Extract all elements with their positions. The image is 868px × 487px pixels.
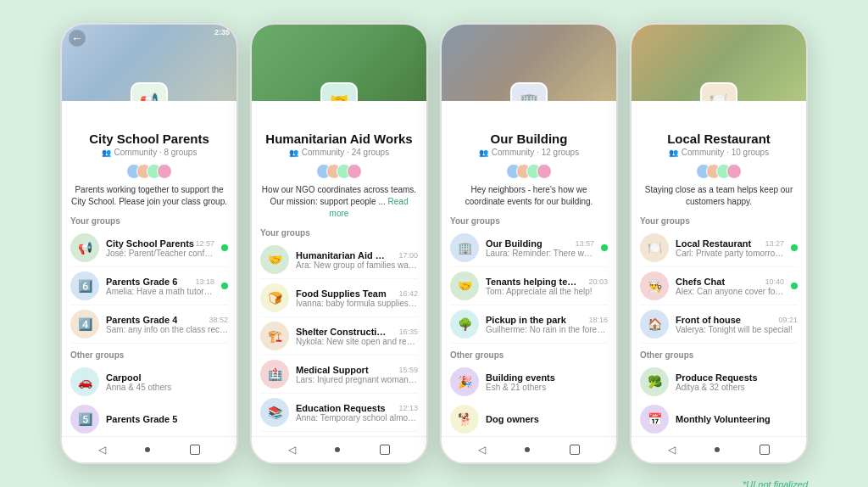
group-name-row: Humanitarian Aid Works17:00 — [296, 250, 418, 260]
group-info: Pickup in the park18:16Guilherme: No rai… — [486, 315, 608, 334]
phone-phone2: 🤝Humanitarian Aid WorksCommunity · 24 gr… — [250, 23, 428, 464]
nav-back-button[interactable]: ◁ — [668, 444, 676, 456]
nav-back-button[interactable]: ◁ — [98, 444, 106, 456]
group-info: Education Requests12:13Anna: Temporary s… — [296, 403, 418, 423]
other-group-name: Parents Grade 5 — [106, 414, 228, 424]
other-group-item[interactable]: 🚗CarpoolAnna & 45 others — [70, 363, 228, 400]
group-name: Food Supplies Team — [296, 288, 387, 299]
community-icon: 🤝 — [330, 92, 348, 101]
member-avatar — [537, 164, 552, 179]
other-group-item[interactable]: 📅Monthly Volunteering — [640, 400, 798, 436]
group-item[interactable]: 🏠Front of house09:21Valerya: Tonight wil… — [640, 305, 798, 344]
group-name: Shelter Construction Team — [296, 327, 389, 337]
nav-home-dot[interactable] — [715, 447, 720, 452]
nav-home-dot[interactable] — [525, 447, 530, 452]
group-info: Our Building13:57Laura: Reminder: There … — [486, 238, 594, 258]
nav-recents-button[interactable] — [190, 445, 200, 455]
group-avatar: 🏠 — [640, 310, 669, 339]
nav-home-dot[interactable] — [335, 447, 340, 452]
group-item[interactable]: 🤝Humanitarian Aid Works17:00Ara: New gro… — [260, 241, 418, 279]
other-group-count: Aditya & 32 others — [676, 383, 798, 392]
group-time: 09:21 — [778, 316, 798, 324]
community-avatar: 🏢 — [510, 82, 548, 101]
group-time: 13:27 — [765, 239, 784, 248]
group-item[interactable]: 6️⃣Parents Grade 613:18Amelia: Have a ma… — [70, 267, 228, 305]
group-preview: Ara: New group of families waiting ... — [296, 260, 418, 270]
your-groups-label: Your groups — [450, 216, 608, 226]
nav-home-dot[interactable] — [145, 447, 150, 452]
other-group-avatar: 🎉 — [450, 367, 479, 396]
phone-content: Local RestaurantCommunity · 10 groupsSta… — [632, 101, 806, 436]
nav-recents-button[interactable] — [380, 445, 390, 455]
other-group-name: Carpool — [106, 372, 228, 383]
group-preview: Guilherme: No rain in the forecast! — [486, 325, 608, 334]
nav-recents-button[interactable] — [570, 445, 580, 455]
group-time: 17:00 — [398, 251, 418, 260]
phone-phone3: 🏢Our BuildingCommunity · 12 groupsHey ne… — [440, 23, 618, 464]
unread-indicator — [221, 283, 228, 289]
group-info: Tenants helping tenants20:03Tom: Appreci… — [486, 277, 608, 296]
group-info: Chefs Chat10:40Alex: Can anyone cover fo… — [676, 277, 784, 296]
group-name: Local Restaurant — [676, 238, 751, 249]
back-button[interactable]: ← — [69, 30, 86, 47]
member-avatar — [347, 164, 362, 179]
community-title: Local Restaurant — [640, 132, 798, 146]
group-item[interactable]: 🏢Our Building13:57Laura: Reminder: There… — [450, 229, 608, 267]
group-item[interactable]: 👨‍🍳Chefs Chat10:40Alex: Can anyone cover… — [640, 267, 798, 305]
group-item[interactable]: 🏗️Shelter Construction Team16:35Nykola: … — [260, 317, 418, 355]
phone-bottom-nav: ◁ — [252, 436, 426, 462]
community-subtitle: Community · 12 groups — [450, 148, 608, 157]
other-group-item[interactable]: 🎉Building eventsEsh & 21 others — [450, 363, 608, 400]
group-preview: José: Parent/Teacher conferences ... — [106, 249, 214, 258]
other-group-count: Esh & 21 others — [486, 383, 608, 392]
other-group-count: Anna & 45 others — [106, 383, 228, 392]
status-bar: 2:35 — [214, 28, 230, 36]
your-groups-label: Your groups — [260, 228, 418, 238]
nav-recents-button[interactable] — [760, 445, 770, 455]
group-item[interactable]: 🏥Medical Support15:59Lars: Injured pregn… — [260, 355, 418, 394]
other-group-info: Produce RequestsAditya & 32 others — [676, 372, 798, 392]
group-name-row: Parents Grade 438:52 — [106, 315, 228, 325]
read-more-link[interactable]: Read more — [330, 197, 409, 218]
group-avatar: 📚 — [260, 398, 289, 427]
nav-back-button[interactable]: ◁ — [288, 444, 296, 456]
group-avatar: 🍞 — [260, 283, 289, 312]
group-name-row: Medical Support15:59 — [296, 365, 418, 375]
group-preview: Alex: Can anyone cover for me? — [676, 287, 784, 296]
group-item[interactable]: 🍽️Local Restaurant13:27Carl: Private par… — [640, 229, 798, 267]
other-group-info: Dog owners — [486, 414, 608, 424]
other-group-avatar: 🐕 — [450, 405, 479, 434]
other-group-item[interactable]: 🥦Produce RequestsAditya & 32 others — [640, 363, 798, 400]
group-item[interactable]: 4️⃣Parents Grade 438:52Sam: any info on … — [70, 305, 228, 344]
other-group-name: Produce Requests — [676, 372, 798, 383]
group-name: Pickup in the park — [486, 315, 566, 325]
group-item[interactable]: 📚Education Requests12:13Anna: Temporary … — [260, 394, 418, 432]
group-time: 16:35 — [398, 327, 418, 336]
group-time: 12:13 — [398, 404, 418, 412]
other-group-avatar: 📅 — [640, 405, 669, 434]
community-desc: Parents working together to support the … — [70, 184, 228, 208]
group-name: City School Parents — [106, 238, 194, 249]
phone-phone1: 2:35←📢City School ParentsCommunity · 8 g… — [60, 23, 238, 464]
group-preview: Valerya: Tonight will be special! — [676, 325, 798, 334]
phone-header-bg: 🏢 — [442, 25, 616, 101]
group-avatar: 6️⃣ — [70, 271, 99, 300]
group-name: Parents Grade 4 — [106, 315, 177, 325]
member-avatars-row — [640, 164, 798, 179]
other-group-item[interactable]: 5️⃣Parents Grade 5 — [70, 400, 228, 436]
group-item[interactable]: 🤝Tenants helping tenants20:03Tom: Apprec… — [450, 267, 608, 305]
other-group-item[interactable]: 🐕Dog owners — [450, 400, 608, 436]
nav-back-button[interactable]: ◁ — [478, 444, 486, 456]
phone-bottom-nav: ◁ — [632, 436, 806, 462]
community-subtitle: Community · 10 groups — [640, 148, 798, 157]
phone-header-bg: 🤝 — [252, 25, 426, 101]
member-avatars-row — [450, 164, 608, 179]
group-info: City School Parents12:57José: Parent/Tea… — [106, 238, 214, 258]
phone-header-bg: 🍽️ — [632, 25, 806, 101]
group-item[interactable]: 📢City School Parents12:57José: Parent/Te… — [70, 229, 228, 267]
group-item[interactable]: 🍞Food Supplies Team16:42Ivanna: baby for… — [260, 279, 418, 317]
group-item[interactable]: 🌳Pickup in the park18:16Guilherme: No ra… — [450, 305, 608, 344]
unread-indicator — [601, 244, 608, 251]
group-time: 13:18 — [195, 277, 214, 286]
group-time: 16:42 — [398, 289, 418, 298]
